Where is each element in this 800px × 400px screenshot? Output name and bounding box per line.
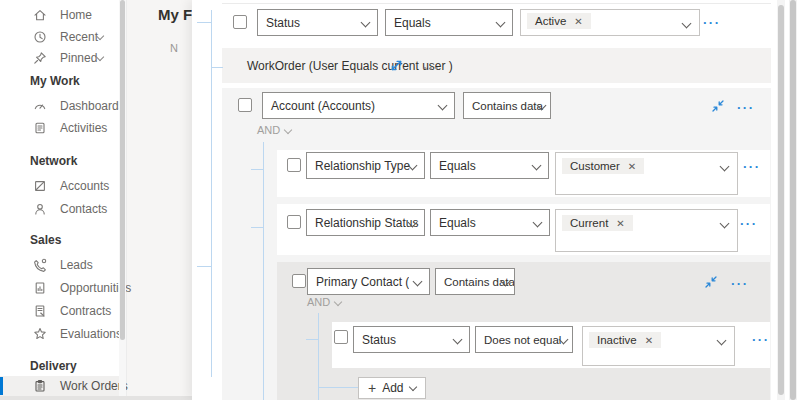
related-entity-label: WorkOrder (User Equals current user ): [247, 48, 453, 83]
sidebar-scrollbar-thumb[interactable]: [120, 0, 125, 340]
sidebar-item-contracts[interactable]: Contracts: [0, 301, 119, 321]
tree-connector-tick: [251, 227, 263, 228]
expand-icon[interactable]: [390, 59, 403, 72]
sidebar-item-label: Dashboards: [60, 99, 125, 113]
chevron-down-icon: [453, 335, 463, 345]
value-tag-label: Active: [535, 15, 566, 27]
operator-dropdown-value: Does not equal: [484, 334, 561, 346]
row-checkbox[interactable]: [334, 330, 348, 344]
chevron-down-icon: [361, 18, 371, 28]
leads-phone-icon: [33, 258, 47, 272]
sidebar-item-home[interactable]: Home: [0, 5, 119, 25]
remove-tag-icon[interactable]: ✕: [628, 161, 636, 172]
row-checkbox[interactable]: [233, 15, 247, 29]
field-dropdown[interactable]: Relationship Status: [306, 209, 425, 236]
page-scrollbar-thumb[interactable]: [790, 0, 796, 400]
sidebar-item-label: Contracts: [60, 304, 111, 318]
collapse-icon[interactable]: [712, 100, 724, 112]
home-icon: [33, 8, 47, 22]
collapse-icon[interactable]: [705, 276, 717, 288]
sidebar-item-opportunities[interactable]: Opportunities: [0, 278, 119, 298]
field-dropdown-value: Relationship Status: [315, 216, 418, 230]
operator-dropdown[interactable]: Equals: [430, 209, 550, 236]
and-label: AND: [257, 124, 280, 136]
add-condition-button[interactable]: + Add: [358, 377, 426, 399]
sidebar-item-activities[interactable]: Activities: [0, 118, 119, 138]
value-tag-picker[interactable]: Active ✕: [520, 9, 700, 36]
more-commands-button[interactable]: ···: [731, 277, 749, 290]
value-tag[interactable]: Inactive ✕: [589, 332, 661, 348]
value-tag[interactable]: Current ✕: [562, 215, 633, 231]
sidebar-item-label: Contacts: [60, 202, 107, 216]
operator-dropdown[interactable]: Equals: [430, 152, 549, 179]
pin-icon: [33, 51, 47, 65]
value-tag-picker[interactable]: Current ✕: [555, 209, 738, 252]
value-tag-picker[interactable]: Inactive ✕: [582, 326, 735, 366]
sidebar-item-label: Work Orders: [60, 379, 128, 393]
row-checkbox[interactable]: [287, 158, 301, 172]
value-tag[interactable]: Active ✕: [527, 13, 591, 29]
value-tag-picker[interactable]: Customer ✕: [555, 152, 738, 195]
sidebar-item-label: Recent: [60, 30, 98, 44]
more-commands-button[interactable]: ···: [743, 160, 761, 173]
field-dropdown[interactable]: Status: [353, 326, 470, 353]
field-dropdown-value: Primary Contact (Contac...: [316, 275, 409, 289]
value-tag-label: Current: [570, 217, 608, 229]
value-tag[interactable]: Customer ✕: [562, 158, 644, 174]
operator-dropdown-value: Equals: [439, 159, 476, 173]
panel-scrollbar-thumb[interactable]: [778, 5, 784, 395]
remove-tag-icon[interactable]: ✕: [645, 335, 653, 346]
field-dropdown[interactable]: Status: [257, 9, 378, 36]
sidebar-item-dashboards[interactable]: Dashboards: [0, 96, 119, 116]
chevron-down-icon: [720, 219, 730, 229]
chevron-down-icon: [532, 161, 542, 171]
chevron-down-icon: [533, 218, 543, 228]
field-dropdown-value: Status: [266, 16, 300, 30]
sidebar-item-leads[interactable]: Leads: [0, 255, 119, 275]
chevron-down-icon: [496, 18, 506, 28]
operator-dropdown[interactable]: Contains data: [463, 92, 551, 119]
add-button-label: Add: [382, 381, 403, 395]
field-dropdown-value: Account (Accounts): [271, 99, 375, 113]
sidebar-item-contacts[interactable]: Contacts: [0, 199, 119, 219]
row-checkbox[interactable]: [287, 215, 301, 229]
chevron-down-icon: [438, 101, 448, 111]
sidebar-section-my-work: My Work: [30, 74, 80, 88]
panel-top-hairline: [222, 3, 771, 4]
chevron-down-icon: [717, 336, 727, 346]
field-dropdown[interactable]: Primary Contact (Contac...: [307, 268, 430, 295]
group-logical-operator[interactable]: AND: [307, 296, 341, 308]
sidebar-section-delivery: Delivery: [30, 359, 77, 373]
group-logical-operator[interactable]: AND: [257, 124, 291, 136]
operator-dropdown[interactable]: Equals: [385, 9, 513, 36]
row-checkbox[interactable]: [238, 98, 252, 112]
operator-dropdown[interactable]: Contains data: [435, 268, 515, 295]
more-commands-button[interactable]: ···: [423, 61, 441, 74]
sidebar-item-accounts[interactable]: Accounts: [0, 176, 119, 196]
chevron-down-icon: [413, 277, 423, 287]
more-commands-button[interactable]: ···: [752, 333, 770, 346]
remove-tag-icon[interactable]: ✕: [616, 218, 624, 229]
sidebar-item-label: Pinned: [60, 51, 97, 65]
more-commands-button[interactable]: ···: [737, 101, 755, 114]
sidebar-item-pinned[interactable]: Pinned: [0, 48, 119, 68]
and-label: AND: [307, 296, 330, 308]
more-commands-button[interactable]: ···: [740, 217, 758, 230]
operator-dropdown-value: Equals: [439, 216, 476, 230]
sidebar-item-evaluations[interactable]: Evaluations: [0, 324, 119, 344]
more-commands-button[interactable]: ···: [703, 16, 721, 29]
row-checkbox[interactable]: [292, 274, 306, 288]
chevron-down-icon: [334, 298, 342, 306]
remove-tag-icon[interactable]: ✕: [574, 16, 582, 27]
operator-dropdown-value: Contains data: [472, 100, 543, 112]
value-tag-label: Inactive: [597, 334, 637, 346]
tree-connector-tick: [318, 387, 358, 388]
value-tag-label: Customer: [570, 160, 620, 172]
accounts-icon: [33, 179, 47, 193]
operator-dropdown[interactable]: Does not equal: [475, 326, 573, 353]
sidebar-section-sales: Sales: [30, 233, 61, 247]
field-dropdown[interactable]: Relationship Type: [306, 152, 425, 179]
sidebar-item-recent[interactable]: Recent: [0, 27, 119, 47]
field-dropdown[interactable]: Account (Accounts): [262, 92, 455, 119]
sidebar-item-work-orders[interactable]: Work Orders: [0, 376, 119, 396]
